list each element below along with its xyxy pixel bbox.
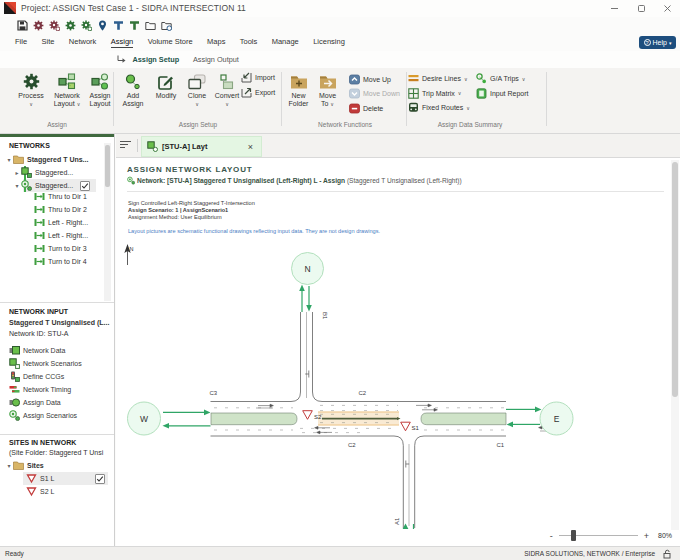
menu-bar: File Site Network Assign Volume Store Ma… [15,34,345,50]
input-report-label: Input Report [490,90,529,97]
chevron-right-icon[interactable]: ▸ [13,169,21,176]
network-layout-button[interactable]: Network Layout ∨ [49,70,85,126]
network-data-item[interactable]: Network Data [9,344,65,357]
add-assign-button[interactable]: Add Assign [116,70,150,126]
ga-trips-button[interactable]: G/A Trips ∨ [476,73,525,85]
maximize-button[interactable] [628,0,654,17]
process-button[interactable]: Process∨ [13,70,49,126]
desire-lines-icon [408,73,419,84]
network-checkbox[interactable] [80,181,90,191]
route-icon [34,256,45,267]
delete-button[interactable]: Delete [349,102,383,114]
process-site-scenarios-gear-icon[interactable] [49,20,60,31]
tree-site-s2[interactable]: S2 L [26,485,54,498]
menu-assign[interactable]: Assign [111,37,134,48]
process-network-gear-icon[interactable] [65,20,76,31]
folder-icon [13,154,24,165]
clone-button[interactable]: Clone∨ [182,70,212,126]
document-scrollbar[interactable] [671,160,679,530]
minimize-button[interactable] [601,0,627,17]
network-layout-icon[interactable] [129,20,140,31]
info-intersection-type: Sign Controlled Left-Right Staggered T-I… [128,200,255,207]
tree-route-4[interactable]: Left - Right... [34,229,88,242]
zoom-out-button[interactable]: - [550,531,553,541]
tree-route-2[interactable]: Thru to Dir 2 [34,203,87,216]
tree-route-1[interactable]: Thru to Dir 1 [34,190,87,203]
app-window: Project: ASSIGN Test Case 1 - SIDRA INTE… [0,0,680,560]
move-to-button[interactable]: Move To ∨ [315,70,340,126]
open-folder-icon[interactable] [145,20,156,31]
tab-close-icon[interactable]: × [248,142,253,152]
sidebar: NETWORKS ▾ Staggered T Uns... ▸ Staggere… [0,134,115,546]
menu-licensing[interactable]: Licensing [313,37,345,47]
scrollbar-thumb[interactable] [105,145,110,187]
assign-layout-button[interactable]: Assign Layout [85,70,115,126]
scrollbar-thumb[interactable] [672,162,678,397]
tab-assign-output[interactable]: Assign Output [193,55,239,64]
open-recent-folder-icon[interactable] [161,20,172,31]
assign-scenarios-item[interactable]: Assign Scenarios [9,409,77,422]
chevron-down-icon[interactable]: ▾ [5,156,13,163]
tree-route-6[interactable]: Turn to Dir 4 [34,255,87,268]
delete-label: Delete [363,105,383,112]
export-button[interactable]: Export [241,87,275,99]
zoom-slider[interactable] [559,530,638,541]
trip-matrix-button[interactable]: Trip Matrix ∨ [408,87,461,99]
fixed-routes-button[interactable]: Fixed Routes ∨ [408,102,470,114]
subtab-arrow-icon [117,55,126,64]
network-scenarios-item[interactable]: Network Scenarios [9,357,82,370]
tree-route-5[interactable]: Turn to Dir 3 [34,242,87,255]
desire-lines-button[interactable]: Desire Lines ∨ [408,73,468,85]
desire-lines-chevron-icon: ∨ [464,76,468,82]
convert-button[interactable]: Convert∨ [212,70,242,126]
zoom-in-button[interactable]: + [644,531,649,541]
menu-line [120,147,125,148]
move-down-button[interactable]: Move Down [349,88,400,100]
tab-list-menu-icon[interactable] [120,141,131,149]
site-layout-icon[interactable] [113,20,124,31]
process-network-scenarios-gear-icon[interactable] [81,20,92,31]
move-up-button[interactable]: Move Up [349,73,391,85]
app-logo-icon [4,2,16,14]
menu-tools[interactable]: Tools [240,37,258,47]
define-ccgs-item[interactable]: Define CCGs [9,370,64,383]
tree-network-1[interactable]: ▸ Staggered... [13,166,73,179]
sidebar-scrollbar[interactable] [104,143,111,301]
site-s2-label: S2 [314,414,322,420]
tree-folder-staggered[interactable]: ▾ Staggered T Uns... [5,153,88,166]
button-label: New Folder [283,92,314,108]
network-timing-icon [9,384,20,395]
menu-site[interactable]: Site [41,37,54,47]
help-button[interactable]: ? Help ▾ [639,36,676,49]
menu-volume-store[interactable]: Volume Store [148,37,193,47]
menu-maps[interactable]: Maps [207,37,225,47]
assign-data-item[interactable]: Assign Data [9,396,61,409]
route-label: Turn to Dir 4 [48,258,87,265]
menu-network[interactable]: Network [69,37,97,47]
process-site-gear-icon[interactable] [33,20,44,31]
tree-route-3[interactable]: Left - Right... [34,216,88,229]
tab-assign-setup[interactable]: Assign Setup [133,55,180,64]
save-icon[interactable] [17,20,28,31]
menu-file[interactable]: File [15,37,27,47]
zoom-slider-handle[interactable] [571,530,576,541]
move-up-label: Move Up [363,76,391,83]
assign-icon [127,176,135,185]
document-tab[interactable]: [STU-A] Layt × [141,136,262,157]
route-icon [34,243,45,254]
import-button[interactable]: Import [241,71,275,83]
tree-folder-sites[interactable]: ▾ Sites [5,459,44,472]
networks-panel-title: NETWORKS [9,142,50,149]
tree-site-s1[interactable]: S1 L [26,472,54,485]
add-assign-icon-svg [125,74,141,90]
modify-button[interactable]: Modify [150,70,182,126]
input-report-button[interactable]: Input Report [476,87,529,99]
chevron-down-icon[interactable]: ▾ [5,462,13,469]
chevron-down-icon[interactable]: ▾ [13,182,21,189]
menu-manage[interactable]: Manage [272,37,299,47]
network-timing-item[interactable]: Network Timing [9,383,71,396]
map-pin-icon[interactable] [97,20,108,31]
close-button[interactable] [654,0,680,17]
site-checkbox[interactable] [95,474,105,484]
new-folder-button[interactable]: New Folder [283,70,314,126]
